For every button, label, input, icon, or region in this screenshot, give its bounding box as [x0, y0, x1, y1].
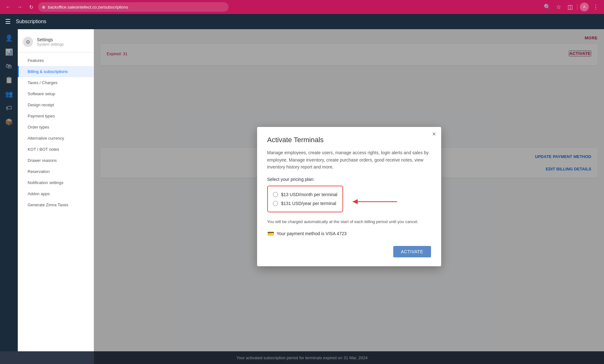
bag-icon: 🛍 [6, 63, 12, 70]
pricing-option-monthly[interactable]: $13 USD/month per terminal [273, 190, 337, 199]
sidebar-item-notification-settings[interactable]: Notification settings [18, 177, 94, 188]
modal-activate-terminals: × Activate Terminals Manage employees, c… [257, 127, 441, 266]
back-button[interactable]: ← [4, 3, 13, 11]
list-icon: 📋 [5, 76, 13, 84]
card-icon: 💳 [267, 230, 274, 237]
tags-icon: 🏷 [6, 104, 12, 112]
pricing-radio-yearly[interactable] [273, 201, 278, 206]
pricing-label: Select your pricing plan: [267, 177, 431, 182]
sidebar-item-reservation[interactable]: Reservation [18, 166, 94, 177]
sidebar-item-addon-apps[interactable]: Addon apps [18, 188, 94, 199]
app-topbar: ☰ Subscriptions [0, 14, 604, 29]
pricing-label-monthly: $13 USD/month per terminal [281, 192, 337, 197]
modal-title: Activate Terminals [267, 136, 431, 144]
nav-account[interactable]: 👤 [3, 32, 15, 44]
sidebar-item-drawer-reasons[interactable]: Drawer reasons [18, 155, 94, 166]
menu-button[interactable]: ⋮ [591, 3, 600, 11]
bookmark-button[interactable]: ☆ [554, 3, 563, 11]
profile-button[interactable]: A [580, 3, 589, 11]
svg-marker-1 [353, 199, 358, 204]
sidebar-section-title: Settings [37, 37, 64, 42]
sidebar-item-taxes[interactable]: Taxes / Charges [18, 77, 94, 88]
modal-footer: ACTIVATE [267, 246, 431, 257]
sidebar-item-design-receipt[interactable]: Design receipt [18, 99, 94, 110]
sidebar-item-order-types[interactable]: Order types [18, 122, 94, 133]
sidebar-divider-top [18, 52, 94, 52]
nav-list[interactable]: 📋 [3, 74, 15, 86]
sidebar-item-alt-currency[interactable]: Alternative currency [18, 133, 94, 144]
settings-icon: ⚙ [23, 37, 33, 47]
nav-chart[interactable]: 📊 [3, 46, 15, 58]
modal-activate-button[interactable]: ACTIVATE [393, 246, 431, 257]
search-button[interactable]: 🔍 [543, 3, 552, 11]
sidebar-item-billing[interactable]: Billing & subscriptions [18, 66, 94, 77]
address-bar[interactable]: ⊕ backoffice.salesintellect.co.zw/subscr… [38, 2, 229, 12]
pricing-label-yearly: $131 USD/year per terminal [281, 201, 336, 206]
pricing-option-yearly[interactable]: $131 USD/year per terminal [273, 199, 337, 208]
address-icon: ⊕ [42, 5, 45, 10]
modal-close-button[interactable]: × [432, 131, 436, 137]
account-icon: 👤 [5, 34, 13, 42]
pricing-radio-monthly[interactable] [273, 192, 278, 197]
forward-button[interactable]: → [15, 3, 24, 11]
nav-orders[interactable]: 📦 [3, 116, 15, 128]
orders-icon: 📦 [5, 118, 13, 126]
sidebar: ⚙ Settings System settings Features Bill… [18, 29, 94, 364]
sidebar-item-software-setup[interactable]: Software setup [18, 88, 94, 99]
sidebar-item-zimra-taxes[interactable]: Generate Zimra Taxes [18, 199, 94, 210]
hamburger-button[interactable]: ☰ [5, 18, 11, 25]
sidebar-item-features[interactable]: Features [18, 55, 94, 66]
sidebar-section-header: ⚙ Settings System settings [18, 34, 94, 50]
sidebar-item-payment-types[interactable]: Payment types [18, 110, 94, 122]
pricing-options-container: $13 USD/month per terminal $131 USD/year… [267, 186, 343, 219]
icon-nav: 👤 📊 🛍 📋 👥 🏷 📦 ⇌ [0, 29, 18, 364]
nav-tags[interactable]: 🏷 [3, 102, 15, 114]
nav-users[interactable]: 👥 [3, 88, 15, 100]
address-text: backoffice.salesintellect.co.zw/subscrip… [48, 5, 128, 10]
app-body: 👤 📊 🛍 📋 👥 🏷 📦 ⇌ ⚙ Settin [0, 29, 604, 364]
payment-method-text: Your payment method is VISA 4723 [277, 231, 347, 236]
reload-button[interactable]: ↻ [27, 3, 36, 11]
browser-actions: 🔍 ☆ ◫ A ⋮ [543, 3, 600, 11]
browser-chrome: ← → ↻ ⊕ backoffice.salesintellect.co.zw/… [0, 0, 604, 14]
billing-notice: You will be charged automatically at the… [267, 219, 431, 225]
modal-description: Manage employees, create users, manage a… [267, 149, 431, 170]
arrow-annotation [346, 195, 399, 210]
payment-method: 💳 Your payment method is VISA 4723 [267, 230, 431, 237]
users-icon: 👥 [5, 90, 13, 98]
nav-bag[interactable]: 🛍 [3, 60, 15, 72]
extensions-button[interactable]: ◫ [566, 3, 574, 11]
chart-icon: 📊 [5, 48, 13, 56]
app-title: Subscriptions [16, 19, 46, 24]
arrow-svg [346, 195, 399, 209]
sidebar-section-subtitle: System settings [37, 42, 64, 47]
sidebar-item-kot-bot[interactable]: KOT / BOT notes [18, 144, 94, 155]
pricing-options-box: $13 USD/month per terminal $131 USD/year… [267, 186, 343, 212]
main-content: MORE Expired: 31 ACTIVATE UPDATE PAYMENT… [94, 29, 604, 364]
modal-overlay: × Activate Terminals Manage employees, c… [94, 29, 604, 364]
